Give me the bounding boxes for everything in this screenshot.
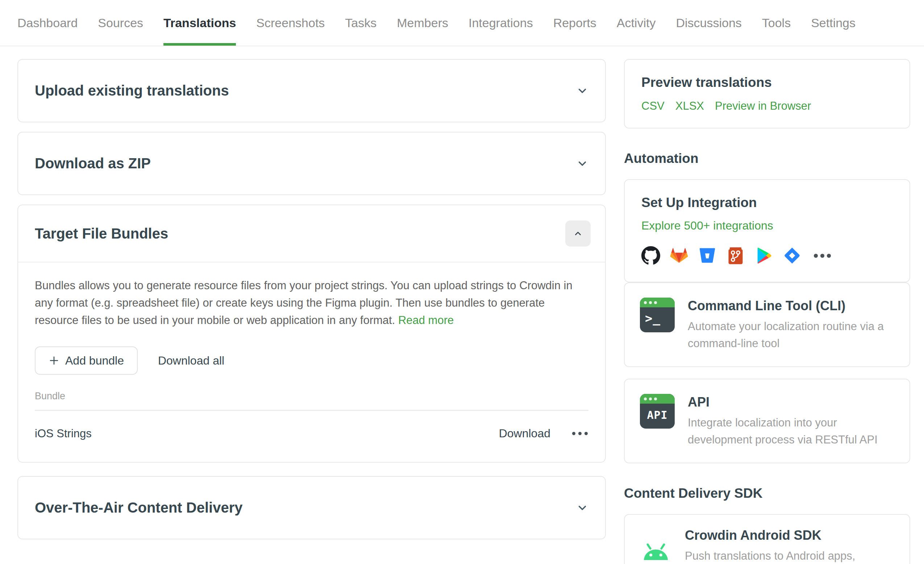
- api-glyph: API: [640, 404, 675, 421]
- target-file-bundles-card: Target File Bundles Bundles allows you t…: [17, 205, 606, 463]
- target-file-bundles-header[interactable]: Target File Bundles: [18, 205, 605, 262]
- tab-members[interactable]: Members: [397, 0, 448, 46]
- api-title: API: [688, 394, 895, 410]
- bundle-name: iOS Strings: [35, 427, 92, 440]
- preview-csv-link[interactable]: CSV: [641, 100, 664, 112]
- chevron-down-icon[interactable]: [576, 157, 588, 170]
- android-sdk-title: Crowdin Android SDK: [685, 527, 895, 543]
- content-delivery-sdk-heading: Content Delivery SDK: [624, 486, 910, 501]
- upload-translations-card[interactable]: Upload existing translations: [17, 59, 606, 123]
- chevron-down-icon[interactable]: [576, 85, 588, 97]
- ellipsis-icon: [572, 432, 575, 435]
- chevron-up-icon: [573, 229, 583, 238]
- bundle-column-header: Bundle: [35, 390, 588, 410]
- download-zip-card[interactable]: Download as ZIP: [17, 132, 606, 195]
- tab-translations[interactable]: Translations: [164, 0, 236, 46]
- tab-sources[interactable]: Sources: [98, 0, 143, 46]
- tab-tasks[interactable]: Tasks: [345, 0, 376, 46]
- tab-integrations[interactable]: Integrations: [468, 0, 533, 46]
- ota-content-delivery-title: Over-The-Air Content Delivery: [35, 500, 242, 516]
- api-card[interactable]: API API Integrate localization into your…: [624, 378, 910, 463]
- download-zip-title: Download as ZIP: [35, 155, 151, 172]
- target-file-bundles-title: Target File Bundles: [35, 226, 168, 242]
- tab-discussions[interactable]: Discussions: [676, 0, 741, 46]
- github-icon[interactable]: [641, 246, 660, 265]
- cli-subtitle: Automate your localization routine via a…: [688, 318, 895, 352]
- terminal-glyph: >_: [640, 307, 675, 325]
- bitbucket-icon[interactable]: [698, 246, 717, 265]
- preview-translations-title: Preview translations: [641, 75, 893, 90]
- bundles-description: Bundles allows you to generate resource …: [35, 277, 584, 329]
- add-bundle-button[interactable]: Add bundle: [35, 346, 138, 375]
- api-subtitle: Integrate localization into your develop…: [688, 414, 895, 448]
- automation-heading: Automation: [624, 151, 910, 166]
- terminal-icon: >_: [640, 298, 675, 332]
- preview-xlsx-link[interactable]: XLSX: [675, 100, 704, 112]
- add-bundle-label: Add bundle: [65, 354, 124, 367]
- git-icon[interactable]: [726, 246, 745, 265]
- preview-translations-card: Preview translations CSV XLSX Preview in…: [624, 59, 910, 129]
- upload-translations-title: Upload existing translations: [35, 82, 229, 99]
- bundle-download-link[interactable]: Download: [499, 427, 550, 440]
- set-up-integration-card: Set Up Integration Explore 500+ integrat…: [624, 179, 910, 282]
- tab-activity[interactable]: Activity: [617, 0, 656, 46]
- api-icon: API: [640, 394, 675, 429]
- ota-content-delivery-card[interactable]: Over-The-Air Content Delivery: [17, 476, 606, 539]
- tab-settings[interactable]: Settings: [811, 0, 855, 46]
- android-sdk-subtitle: Push translations to Android apps, insta…: [685, 548, 895, 564]
- bundle-row-menu-button[interactable]: [572, 428, 588, 439]
- explore-integrations-link[interactable]: Explore 500+ integrations: [641, 219, 773, 232]
- tab-reports[interactable]: Reports: [554, 0, 596, 46]
- cli-title: Command Line Tool (CLI): [688, 298, 895, 314]
- chevron-down-icon[interactable]: [576, 502, 588, 514]
- bundle-row: iOS Strings Download: [35, 411, 588, 462]
- set-up-integration-title: Set Up Integration: [641, 195, 893, 210]
- tab-tools[interactable]: Tools: [762, 0, 790, 46]
- jira-icon[interactable]: [783, 246, 801, 265]
- cli-card[interactable]: >_ Command Line Tool (CLI) Automate your…: [624, 282, 910, 367]
- project-tabs: Dashboard Sources Translations Screensho…: [0, 0, 924, 46]
- read-more-link[interactable]: Read more: [398, 314, 454, 326]
- collapse-bundles-button[interactable]: [565, 220, 591, 247]
- google-play-icon[interactable]: [754, 246, 773, 265]
- download-all-button[interactable]: Download all: [158, 354, 224, 367]
- preview-in-browser-link[interactable]: Preview in Browser: [715, 100, 811, 112]
- plus-icon: [48, 355, 59, 366]
- android-icon: [639, 537, 672, 564]
- android-sdk-card[interactable]: Crowdin Android SDK Push translations to…: [624, 514, 910, 564]
- tab-screenshots[interactable]: Screenshots: [256, 0, 325, 46]
- more-integrations-icon[interactable]: [814, 254, 831, 258]
- gitlab-icon[interactable]: [670, 246, 688, 265]
- tab-dashboard[interactable]: Dashboard: [17, 0, 78, 46]
- bundles-description-text: Bundles allows you to generate resource …: [35, 279, 573, 326]
